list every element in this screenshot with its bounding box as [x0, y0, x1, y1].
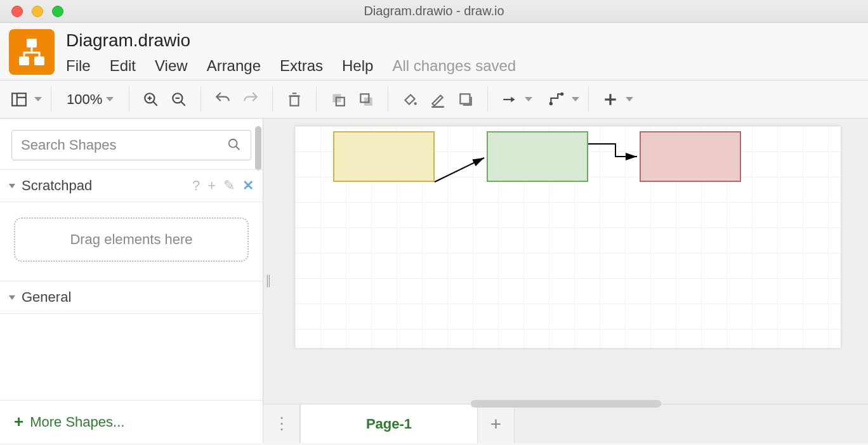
menu-view[interactable]: View — [155, 57, 188, 75]
diagram-node-2[interactable] — [487, 131, 588, 182]
collapse-caret-icon — [9, 295, 15, 300]
to-front-button[interactable] — [326, 87, 351, 112]
connection-caret-icon[interactable] — [525, 97, 532, 101]
menubar: File Edit View Arrange Extras Help All c… — [66, 57, 859, 75]
collapse-caret-icon — [9, 184, 15, 188]
zoom-value: 100% — [67, 91, 102, 108]
diagram-node-1[interactable] — [333, 131, 435, 182]
svg-rect-22 — [461, 94, 470, 103]
window-controls — [11, 6, 63, 17]
scratchpad-close-icon[interactable]: ✕ — [242, 177, 254, 194]
scratchpad-header[interactable]: Scratchpad ? + ✎ ✕ — [0, 170, 263, 202]
save-status: All changes saved — [392, 57, 516, 75]
delete-button[interactable] — [282, 87, 307, 112]
to-back-button[interactable] — [353, 87, 379, 112]
svg-rect-0 — [27, 39, 37, 48]
redo-button[interactable] — [238, 87, 263, 112]
diagram-edge-2[interactable] — [588, 144, 637, 157]
window-title: Diagram.drawio - draw.io — [364, 4, 504, 18]
page-tabbar: ⋮ Page-1 + — [263, 404, 868, 443]
document-title[interactable]: Diagram.drawio — [66, 30, 859, 51]
scratchpad-add-icon[interactable]: + — [207, 177, 216, 194]
separator — [588, 87, 589, 112]
svg-line-11 — [181, 101, 186, 106]
toolbar: 100% — [0, 81, 868, 119]
separator — [316, 87, 317, 112]
svg-line-29 — [236, 146, 240, 150]
page-tab-label: Page-1 — [366, 416, 412, 432]
sidebar-toggle-button[interactable] — [6, 87, 32, 112]
fullscreen-window-button[interactable] — [52, 6, 63, 17]
scratchpad-edit-icon[interactable]: ✎ — [223, 177, 235, 194]
insert-caret-icon[interactable] — [626, 97, 633, 101]
svg-point-28 — [229, 139, 237, 148]
general-shapes-header[interactable]: General — [0, 281, 263, 314]
svg-rect-2 — [34, 56, 44, 65]
scratchpad-drop-hint: Drag elements here — [70, 231, 192, 248]
svg-line-7 — [154, 101, 158, 106]
zoom-caret-icon — [106, 97, 114, 101]
search-icon[interactable] — [227, 138, 241, 154]
svg-rect-13 — [291, 96, 299, 105]
add-page-button[interactable]: + — [478, 404, 515, 443]
search-shapes-section — [0, 119, 263, 170]
diagram-node-3[interactable] — [640, 131, 741, 182]
undo-button[interactable] — [210, 87, 235, 112]
drawio-logo-icon — [16, 36, 48, 68]
separator — [388, 87, 388, 112]
main-area: Scratchpad ? + ✎ ✕ Drag elements here Ge… — [0, 119, 868, 443]
page-tab-active[interactable]: Page-1 — [300, 404, 478, 443]
more-shapes-label: More Shapes... — [30, 414, 124, 430]
app-logo — [9, 29, 55, 75]
svg-rect-3 — [12, 93, 26, 106]
zoom-in-button[interactable] — [138, 87, 164, 112]
scratchpad-actions: ? + ✎ ✕ — [192, 177, 254, 194]
waypoint-style-button[interactable] — [544, 87, 569, 112]
waypoint-caret-icon[interactable] — [572, 97, 579, 101]
scratchpad-title: Scratchpad — [22, 177, 92, 194]
plus-icon: + — [14, 412, 23, 432]
sidebar-splitter[interactable]: ║ — [263, 269, 271, 293]
fill-color-button[interactable] — [397, 87, 423, 112]
menu-file[interactable]: File — [66, 57, 91, 75]
more-shapes-button[interactable]: + More Shapes... — [0, 400, 263, 443]
line-color-button[interactable] — [425, 87, 450, 112]
search-shapes-input[interactable] — [11, 130, 251, 160]
shadow-button[interactable] — [453, 87, 478, 112]
svg-point-20 — [414, 102, 417, 105]
separator — [487, 87, 488, 112]
canvas-area: ⋮ Page-1 + — [263, 119, 868, 443]
page-options-button[interactable]: ⋮ — [263, 404, 300, 443]
menu-extras[interactable]: Extras — [280, 57, 323, 75]
canvas-horizontal-scrollbar[interactable] — [471, 400, 661, 408]
shapes-sidebar: Scratchpad ? + ✎ ✕ Drag elements here Ge… — [0, 119, 263, 443]
close-window-button[interactable] — [11, 6, 23, 17]
scratchpad-drop-zone[interactable]: Drag elements here — [14, 217, 249, 262]
separator — [129, 87, 129, 112]
insert-button[interactable] — [598, 87, 623, 112]
svg-rect-1 — [19, 56, 29, 65]
separator — [201, 87, 201, 112]
canvas-viewport[interactable] — [263, 119, 868, 404]
zoom-dropdown[interactable]: 100% — [60, 91, 120, 108]
general-title: General — [22, 289, 71, 306]
minimize-window-button[interactable] — [32, 6, 43, 17]
separator — [51, 87, 51, 112]
sidebar-toggle-caret-icon[interactable] — [34, 97, 42, 101]
diagram-edge-1[interactable] — [435, 158, 484, 182]
zoom-out-button[interactable] — [166, 87, 192, 112]
separator — [272, 87, 273, 112]
connection-style-button[interactable] — [497, 87, 522, 112]
drawing-page[interactable] — [295, 126, 841, 348]
svg-point-25 — [560, 92, 563, 95]
app-header: Diagram.drawio File Edit View Arrange Ex… — [0, 23, 868, 81]
menu-help[interactable]: Help — [342, 57, 373, 75]
titlebar: Diagram.drawio - draw.io — [0, 0, 868, 23]
menu-arrange[interactable]: Arrange — [207, 57, 261, 75]
scratchpad-help-icon[interactable]: ? — [192, 177, 200, 194]
svg-point-24 — [549, 101, 553, 105]
menu-edit[interactable]: Edit — [110, 57, 136, 75]
scratchpad-body: Drag elements here — [0, 202, 263, 281]
